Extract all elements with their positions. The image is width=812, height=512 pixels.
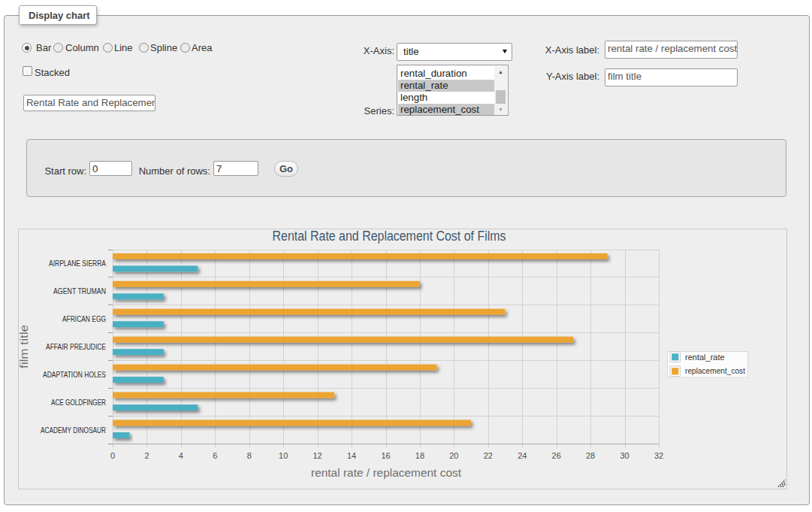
- svg-text:6: 6: [213, 451, 217, 460]
- svg-text:AFRICAN EGG: AFRICAN EGG: [62, 314, 106, 323]
- svg-text:ACADEMY DINOSAUR: ACADEMY DINOSAUR: [41, 426, 106, 435]
- svg-text:4: 4: [179, 451, 183, 460]
- svg-text:film title: film title: [19, 325, 30, 368]
- svg-text:20: 20: [449, 451, 458, 460]
- svg-text:Rental Rate and Replacement Co: Rental Rate and Replacement Cost of Film…: [273, 229, 506, 244]
- svg-text:ACE GOLDFINGER: ACE GOLDFINGER: [51, 398, 106, 407]
- svg-text:2: 2: [144, 451, 149, 460]
- svg-text:AGENT TRUMAN: AGENT TRUMAN: [53, 286, 106, 295]
- svg-text:8: 8: [247, 451, 252, 460]
- svg-text:28: 28: [586, 451, 595, 460]
- svg-text:32: 32: [654, 451, 663, 460]
- svg-text:0: 0: [110, 451, 115, 460]
- svg-text:ADAPTATION HOLES: ADAPTATION HOLES: [43, 370, 106, 379]
- svg-text:AFFAIR PREJUDICE: AFFAIR PREJUDICE: [46, 342, 106, 351]
- svg-text:16: 16: [381, 451, 390, 460]
- svg-text:30: 30: [620, 451, 629, 460]
- svg-text:10: 10: [279, 451, 288, 460]
- svg-text:14: 14: [347, 451, 356, 460]
- svg-text:12: 12: [313, 451, 322, 460]
- svg-text:26: 26: [552, 451, 561, 460]
- svg-text:rental_rate: rental_rate: [685, 353, 725, 362]
- svg-text:22: 22: [484, 451, 493, 460]
- svg-text:AIRPLANE SIERRA: AIRPLANE SIERRA: [49, 259, 107, 268]
- svg-text:24: 24: [518, 451, 527, 460]
- svg-text:rental rate / replacement cost: rental rate / replacement cost: [311, 466, 462, 479]
- svg-text:replacement_cost: replacement_cost: [685, 366, 745, 375]
- svg-text:18: 18: [415, 451, 424, 460]
